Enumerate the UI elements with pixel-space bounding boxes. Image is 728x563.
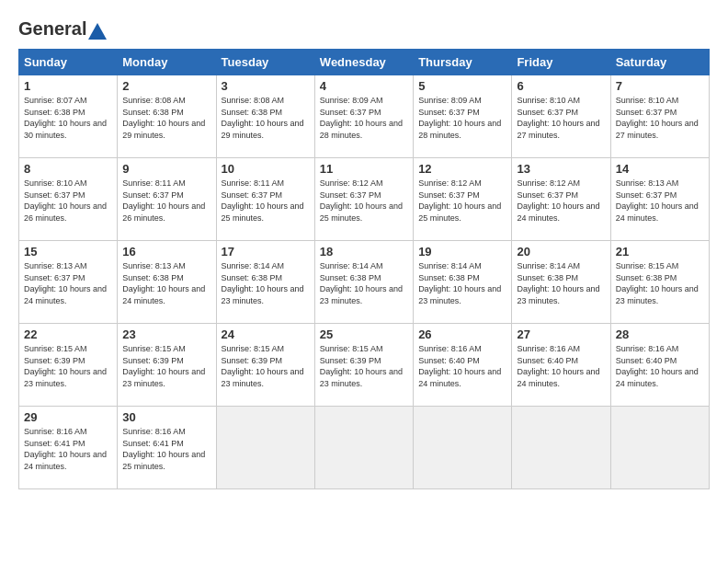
day-number: 5 (418, 79, 506, 93)
calendar-cell: 30Sunrise: 8:16 AMSunset: 6:41 PMDayligh… (118, 407, 216, 489)
day-info: Sunrise: 8:13 AMSunset: 6:37 PMDaylight:… (616, 178, 704, 224)
day-info: Sunrise: 8:14 AMSunset: 6:38 PMDaylight:… (418, 260, 506, 306)
calendar-cell (314, 407, 413, 489)
day-info: Sunrise: 8:15 AMSunset: 6:39 PMDaylight:… (222, 343, 310, 389)
day-number: 9 (122, 162, 210, 176)
day-number: 6 (517, 79, 605, 93)
day-info: Sunrise: 8:07 AMSunset: 6:38 PMDaylight:… (24, 95, 112, 141)
day-number: 16 (122, 245, 210, 259)
day-number: 17 (222, 245, 310, 259)
calendar-cell (512, 407, 610, 489)
calendar-cell: 25Sunrise: 8:15 AMSunset: 6:39 PMDayligh… (314, 324, 413, 407)
day-info: Sunrise: 8:15 AMSunset: 6:39 PMDaylight:… (122, 343, 210, 389)
day-number: 14 (616, 162, 704, 176)
logo: General (18, 18, 107, 40)
day-number: 3 (222, 79, 310, 93)
day-info: Sunrise: 8:14 AMSunset: 6:38 PMDaylight:… (222, 260, 310, 306)
calendar-cell: 8Sunrise: 8:10 AMSunset: 6:37 PMDaylight… (19, 158, 118, 241)
day-number: 13 (517, 162, 605, 176)
day-info: Sunrise: 8:10 AMSunset: 6:37 PMDaylight:… (517, 95, 605, 141)
day-number: 30 (122, 410, 210, 424)
header: General (18, 18, 710, 40)
day-number: 10 (222, 162, 310, 176)
weekday-header-row: SundayMondayTuesdayWednesdayThursdayFrid… (19, 50, 710, 75)
day-info: Sunrise: 8:15 AMSunset: 6:39 PMDaylight:… (320, 343, 408, 389)
calendar-cell: 21Sunrise: 8:15 AMSunset: 6:38 PMDayligh… (610, 241, 709, 324)
day-info: Sunrise: 8:16 AMSunset: 6:41 PMDaylight:… (122, 426, 210, 472)
day-number: 19 (418, 245, 506, 259)
day-info: Sunrise: 8:12 AMSunset: 6:37 PMDaylight:… (320, 178, 408, 224)
day-number: 29 (24, 410, 112, 424)
day-info: Sunrise: 8:08 AMSunset: 6:38 PMDaylight:… (122, 95, 210, 141)
calendar-cell: 12Sunrise: 8:12 AMSunset: 6:37 PMDayligh… (414, 158, 512, 241)
day-info: Sunrise: 8:10 AMSunset: 6:37 PMDaylight:… (616, 95, 704, 141)
calendar-cell: 15Sunrise: 8:13 AMSunset: 6:37 PMDayligh… (19, 241, 118, 324)
calendar-cell: 1Sunrise: 8:07 AMSunset: 6:38 PMDaylight… (19, 75, 118, 158)
calendar-cell: 16Sunrise: 8:13 AMSunset: 6:38 PMDayligh… (118, 241, 216, 324)
calendar-week-1: 8Sunrise: 8:10 AMSunset: 6:37 PMDaylight… (19, 158, 710, 241)
weekday-header-sunday: Sunday (19, 50, 118, 75)
day-number: 23 (122, 327, 210, 341)
logo-text: General (18, 18, 107, 40)
calendar-cell: 22Sunrise: 8:15 AMSunset: 6:39 PMDayligh… (19, 324, 118, 407)
calendar-cell: 2Sunrise: 8:08 AMSunset: 6:38 PMDaylight… (118, 75, 216, 158)
day-number: 22 (24, 327, 112, 341)
day-number: 12 (418, 162, 506, 176)
calendar-cell: 18Sunrise: 8:14 AMSunset: 6:38 PMDayligh… (314, 241, 413, 324)
weekday-header-friday: Friday (512, 50, 610, 75)
weekday-header-wednesday: Wednesday (314, 50, 413, 75)
day-info: Sunrise: 8:12 AMSunset: 6:37 PMDaylight:… (517, 178, 605, 224)
calendar-cell: 29Sunrise: 8:16 AMSunset: 6:41 PMDayligh… (19, 407, 118, 489)
day-info: Sunrise: 8:09 AMSunset: 6:37 PMDaylight:… (320, 95, 408, 141)
day-number: 28 (616, 327, 704, 341)
day-info: Sunrise: 8:13 AMSunset: 6:37 PMDaylight:… (24, 260, 112, 306)
day-number: 4 (320, 79, 408, 93)
calendar-cell: 6Sunrise: 8:10 AMSunset: 6:37 PMDaylight… (512, 75, 610, 158)
calendar-cell (414, 407, 512, 489)
logo-general: General (18, 18, 86, 39)
calendar-cell: 19Sunrise: 8:14 AMSunset: 6:38 PMDayligh… (414, 241, 512, 324)
day-info: Sunrise: 8:14 AMSunset: 6:38 PMDaylight:… (320, 260, 408, 306)
weekday-header-tuesday: Tuesday (216, 50, 314, 75)
day-info: Sunrise: 8:08 AMSunset: 6:38 PMDaylight:… (222, 95, 310, 141)
day-number: 2 (122, 79, 210, 93)
day-number: 15 (24, 245, 112, 259)
day-info: Sunrise: 8:11 AMSunset: 6:37 PMDaylight:… (222, 178, 310, 224)
calendar-cell: 10Sunrise: 8:11 AMSunset: 6:37 PMDayligh… (216, 158, 314, 241)
calendar-cell: 23Sunrise: 8:15 AMSunset: 6:39 PMDayligh… (118, 324, 216, 407)
weekday-header-saturday: Saturday (610, 50, 709, 75)
day-info: Sunrise: 8:11 AMSunset: 6:37 PMDaylight:… (122, 178, 210, 224)
day-number: 27 (517, 327, 605, 341)
weekday-header-monday: Monday (118, 50, 216, 75)
day-info: Sunrise: 8:09 AMSunset: 6:37 PMDaylight:… (418, 95, 506, 141)
calendar-cell (610, 407, 709, 489)
day-info: Sunrise: 8:12 AMSunset: 6:37 PMDaylight:… (418, 178, 506, 224)
weekday-header-thursday: Thursday (414, 50, 512, 75)
calendar-cell: 5Sunrise: 8:09 AMSunset: 6:37 PMDaylight… (414, 75, 512, 158)
day-number: 24 (222, 327, 310, 341)
calendar-cell: 17Sunrise: 8:14 AMSunset: 6:38 PMDayligh… (216, 241, 314, 324)
calendar-cell: 7Sunrise: 8:10 AMSunset: 6:37 PMDaylight… (610, 75, 709, 158)
day-number: 11 (320, 162, 408, 176)
calendar-cell: 13Sunrise: 8:12 AMSunset: 6:37 PMDayligh… (512, 158, 610, 241)
day-number: 25 (320, 327, 408, 341)
day-number: 7 (616, 79, 704, 93)
calendar-cell (216, 407, 314, 489)
calendar-cell: 26Sunrise: 8:16 AMSunset: 6:40 PMDayligh… (414, 324, 512, 407)
calendar-cell: 14Sunrise: 8:13 AMSunset: 6:37 PMDayligh… (610, 158, 709, 241)
day-info: Sunrise: 8:16 AMSunset: 6:40 PMDaylight:… (418, 343, 506, 389)
day-info: Sunrise: 8:13 AMSunset: 6:38 PMDaylight:… (122, 260, 210, 306)
calendar-week-0: 1Sunrise: 8:07 AMSunset: 6:38 PMDaylight… (19, 75, 710, 158)
day-info: Sunrise: 8:16 AMSunset: 6:40 PMDaylight:… (616, 343, 704, 389)
day-number: 26 (418, 327, 506, 341)
calendar-cell: 9Sunrise: 8:11 AMSunset: 6:37 PMDaylight… (118, 158, 216, 241)
day-info: Sunrise: 8:14 AMSunset: 6:38 PMDaylight:… (517, 260, 605, 306)
calendar-cell: 27Sunrise: 8:16 AMSunset: 6:40 PMDayligh… (512, 324, 610, 407)
day-number: 1 (24, 79, 112, 93)
day-info: Sunrise: 8:16 AMSunset: 6:40 PMDaylight:… (517, 343, 605, 389)
day-number: 20 (517, 245, 605, 259)
calendar-table: SundayMondayTuesdayWednesdayThursdayFrid… (18, 49, 710, 489)
calendar-cell: 20Sunrise: 8:14 AMSunset: 6:38 PMDayligh… (512, 241, 610, 324)
day-info: Sunrise: 8:10 AMSunset: 6:37 PMDaylight:… (24, 178, 112, 224)
day-info: Sunrise: 8:15 AMSunset: 6:39 PMDaylight:… (24, 343, 112, 389)
